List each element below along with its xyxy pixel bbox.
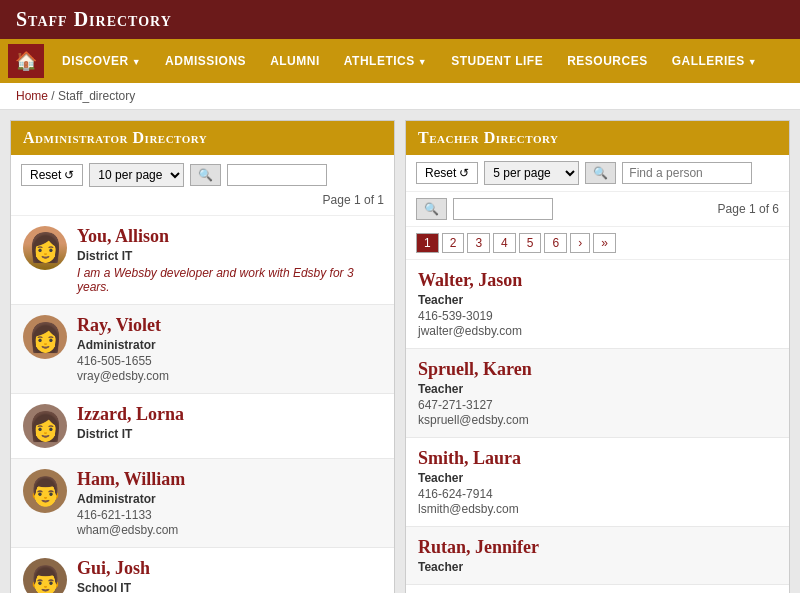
avatar bbox=[23, 226, 67, 270]
nav-student-life[interactable]: STUDENT LIFE bbox=[441, 48, 553, 74]
avatar: 👩 bbox=[23, 315, 67, 359]
nav-discover[interactable]: DISCOVER bbox=[52, 48, 151, 74]
breadcrumb: Home / Staff_directory bbox=[0, 83, 800, 110]
admin-controls: Reset ↺ 10 per page 5 per page 25 per pa… bbox=[11, 155, 394, 216]
home-nav-button[interactable]: 🏠 bbox=[8, 44, 44, 78]
teacher-email: kspruell@edsby.com bbox=[418, 413, 777, 427]
person-phone: 416-621-1133 bbox=[77, 508, 382, 522]
search-icon: 🔍 bbox=[593, 166, 608, 180]
teacher-reset-button[interactable]: Reset ↺ bbox=[416, 162, 478, 184]
person-info: You, Allison District IT I am a Websby d… bbox=[77, 226, 382, 294]
person-info: Izzard, Lorna District IT bbox=[77, 404, 382, 441]
nav-resources[interactable]: RESOURCES bbox=[557, 48, 658, 74]
teacher-email: jwalter@edsby.com bbox=[418, 324, 777, 338]
person-role: District IT bbox=[77, 427, 382, 441]
search-icon: 🔍 bbox=[424, 202, 439, 216]
person-role: District IT bbox=[77, 249, 382, 263]
person-name[interactable]: Ray, Violet bbox=[77, 315, 382, 336]
teacher-per-page-select[interactable]: 5 per page 10 per page 25 per page bbox=[484, 161, 579, 185]
breadcrumb-home[interactable]: Home bbox=[16, 89, 48, 103]
person-phone: 416-505-1655 bbox=[77, 354, 382, 368]
teacher-pagination: 1 2 3 4 5 6 › » bbox=[406, 227, 789, 260]
main-content: Administrator Directory Reset ↺ 10 per p… bbox=[0, 110, 800, 593]
page-2-button[interactable]: 2 bbox=[442, 233, 465, 253]
teacher-search2-button[interactable]: 🔍 bbox=[416, 198, 447, 220]
table-row: 👩 Ray, Violet Administrator 416-505-1655… bbox=[11, 305, 394, 394]
title-bar: Staff Directory bbox=[0, 0, 800, 39]
person-bio: I am a Websby developer and work with Ed… bbox=[77, 266, 382, 294]
search-icon: 🔍 bbox=[198, 168, 213, 182]
reset-icon: ↺ bbox=[64, 168, 74, 182]
admin-directory-panel: Administrator Directory Reset ↺ 10 per p… bbox=[10, 120, 395, 593]
person-role: Administrator bbox=[77, 492, 382, 506]
teacher-people-list: Walter, Jason Teacher 416-539-3019 jwalt… bbox=[406, 260, 789, 585]
teacher-phone: 416-539-3019 bbox=[418, 309, 777, 323]
teacher-name[interactable]: Rutan, Jennifer bbox=[418, 537, 777, 558]
nav-bar: 🏠 DISCOVER ADMISSIONS ALUMNI ATHLETICS S… bbox=[0, 39, 800, 83]
table-row: 👨 Gui, Josh School IT I'm really keen on… bbox=[11, 548, 394, 593]
table-row: Spruell, Karen Teacher 647-271-3127 kspr… bbox=[406, 349, 789, 438]
teacher-role: Teacher bbox=[418, 560, 777, 574]
reset-icon: ↺ bbox=[459, 166, 469, 180]
table-row: Smith, Laura Teacher 416-624-7914 lsmith… bbox=[406, 438, 789, 527]
teacher-page-info: Page 1 of 6 bbox=[718, 202, 779, 216]
avatar: 👨 bbox=[23, 558, 67, 593]
person-info: Ray, Violet Administrator 416-505-1655 v… bbox=[77, 315, 382, 383]
teacher-search-input[interactable] bbox=[622, 162, 752, 184]
person-email: wham@edsby.com bbox=[77, 523, 382, 537]
person-name[interactable]: Izzard, Lorna bbox=[77, 404, 382, 425]
person-name[interactable]: Gui, Josh bbox=[77, 558, 382, 579]
nav-galleries[interactable]: GALLERIES bbox=[662, 48, 768, 74]
page-last-button[interactable]: » bbox=[593, 233, 616, 253]
teacher-role: Teacher bbox=[418, 471, 777, 485]
table-row: Rutan, Jennifer Teacher bbox=[406, 527, 789, 585]
teacher-search-button[interactable]: 🔍 bbox=[585, 162, 616, 184]
avatar: 👨 bbox=[23, 469, 67, 513]
person-name[interactable]: Ham, William bbox=[77, 469, 382, 490]
teacher-name[interactable]: Smith, Laura bbox=[418, 448, 777, 469]
breadcrumb-current: Staff_directory bbox=[58, 89, 135, 103]
nav-items: DISCOVER ADMISSIONS ALUMNI ATHLETICS STU… bbox=[52, 48, 767, 74]
nav-admissions[interactable]: ADMISSIONS bbox=[155, 48, 256, 74]
page-6-button[interactable]: 6 bbox=[544, 233, 567, 253]
teacher-phone: 416-624-7914 bbox=[418, 487, 777, 501]
nav-athletics[interactable]: ATHLETICS bbox=[334, 48, 437, 74]
admin-people-list: You, Allison District IT I am a Websby d… bbox=[11, 216, 394, 593]
admin-search-input[interactable] bbox=[227, 164, 327, 186]
page-3-button[interactable]: 3 bbox=[467, 233, 490, 253]
page-next-button[interactable]: › bbox=[570, 233, 590, 253]
admin-per-page-select[interactable]: 10 per page 5 per page 25 per page bbox=[89, 163, 184, 187]
table-row: 👩 Izzard, Lorna District IT bbox=[11, 394, 394, 459]
nav-alumni[interactable]: ALUMNI bbox=[260, 48, 330, 74]
person-email: vray@edsby.com bbox=[77, 369, 382, 383]
teacher-role: Teacher bbox=[418, 382, 777, 396]
teacher-directory-panel: Teacher Directory Reset ↺ 5 per page 10 … bbox=[405, 120, 790, 593]
avatar: 👩 bbox=[23, 404, 67, 448]
person-info: Ham, William Administrator 416-621-1133 … bbox=[77, 469, 382, 537]
teacher-name[interactable]: Spruell, Karen bbox=[418, 359, 777, 380]
teacher-controls-row2: 🔍 Page 1 of 6 bbox=[406, 192, 789, 227]
page-1-button[interactable]: 1 bbox=[416, 233, 439, 253]
page-title: Staff Directory bbox=[16, 8, 172, 30]
table-row: You, Allison District IT I am a Websby d… bbox=[11, 216, 394, 305]
teacher-phone: 647-271-3127 bbox=[418, 398, 777, 412]
person-name[interactable]: You, Allison bbox=[77, 226, 382, 247]
person-role: Administrator bbox=[77, 338, 382, 352]
teacher-controls-row1: Reset ↺ 5 per page 10 per page 25 per pa… bbox=[406, 155, 789, 192]
table-row: 👨 Ham, William Administrator 416-621-113… bbox=[11, 459, 394, 548]
table-row: Walter, Jason Teacher 416-539-3019 jwalt… bbox=[406, 260, 789, 349]
teacher-email: lsmith@edsby.com bbox=[418, 502, 777, 516]
page-5-button[interactable]: 5 bbox=[519, 233, 542, 253]
teacher-name[interactable]: Walter, Jason bbox=[418, 270, 777, 291]
person-role: School IT bbox=[77, 581, 382, 593]
admin-directory-header: Administrator Directory bbox=[11, 121, 394, 155]
teacher-search2-input[interactable] bbox=[453, 198, 553, 220]
page-4-button[interactable]: 4 bbox=[493, 233, 516, 253]
admin-page-info: Page 1 of 1 bbox=[323, 193, 384, 207]
admin-reset-button[interactable]: Reset ↺ bbox=[21, 164, 83, 186]
person-info: Gui, Josh School IT I'm really keen on c… bbox=[77, 558, 382, 593]
teacher-role: Teacher bbox=[418, 293, 777, 307]
teacher-directory-header: Teacher Directory bbox=[406, 121, 789, 155]
admin-search-button[interactable]: 🔍 bbox=[190, 164, 221, 186]
